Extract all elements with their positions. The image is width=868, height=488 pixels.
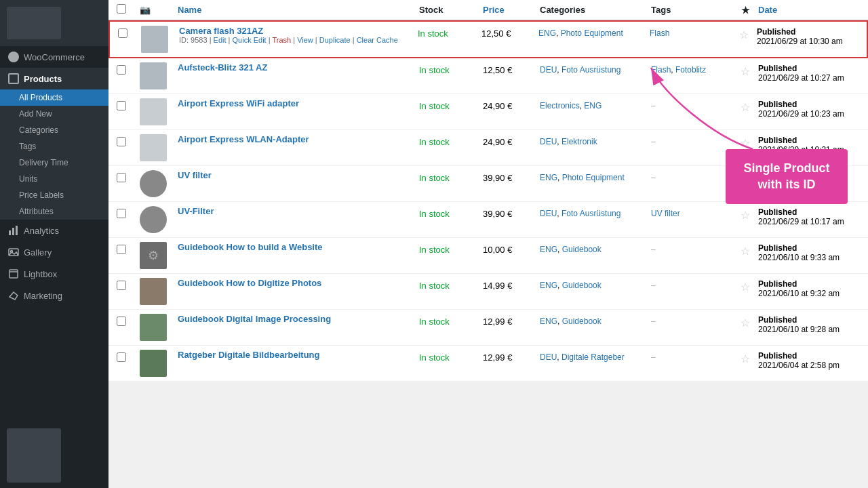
th-thumb: 📷 — [140, 5, 175, 15]
row-checkbox-1[interactable] — [117, 65, 126, 75]
row-stock-4: In stock — [419, 170, 480, 183]
star-icon-0[interactable]: ☆ — [739, 29, 749, 41]
cat-6b[interactable]: Guidebook — [562, 245, 601, 254]
svg-rect-5 — [9, 270, 18, 278]
tag-1b[interactable]: Fotoblitz — [675, 65, 706, 75]
row-checkbox-5[interactable] — [117, 209, 126, 218]
sidebar-item-price-labels[interactable]: Price Labels — [0, 187, 108, 203]
row-stock-3: In stock — [419, 134, 480, 147]
cat-1b[interactable]: Foto Ausrüstung — [561, 65, 620, 75]
view-link-0[interactable]: View — [297, 36, 313, 44]
tag-link-0[interactable]: Flash — [650, 28, 669, 38]
cat-link-0b[interactable]: Photo Equipment — [561, 28, 623, 38]
sidebar-item-lightbox[interactable]: Lightbox — [0, 263, 108, 285]
cat-2a[interactable]: Electronics — [540, 101, 580, 110]
sidebar-item-all-products[interactable]: All Products — [0, 89, 108, 106]
star-icon-3[interactable]: ☆ — [741, 138, 750, 149]
tag-5[interactable]: UV filter — [651, 209, 680, 218]
duplicate-link-0[interactable]: Duplicate — [319, 36, 351, 44]
row-checkbox-4[interactable] — [117, 173, 126, 182]
th-price[interactable]: Price — [483, 5, 537, 15]
row-price-0: 12,50 € — [481, 26, 536, 39]
row-stock-1: In stock — [419, 62, 480, 75]
sidebar-item-analytics[interactable]: Analytics — [0, 220, 108, 241]
analytics-icon — [8, 225, 19, 236]
row-checkbox-2[interactable] — [117, 101, 126, 110]
star-icon-5[interactable]: ☆ — [741, 209, 750, 221]
cat-1a[interactable]: DEU — [540, 65, 557, 75]
cat-8b[interactable]: Guidebook — [562, 317, 601, 326]
cat-3a[interactable]: DEU — [540, 137, 557, 146]
attributes-label: Attributes — [19, 207, 54, 216]
table-wrapper: 📷 Name Stock Price Categories Tags ★ Dat… — [108, 0, 868, 382]
star-icon-2[interactable]: ☆ — [741, 102, 750, 113]
products-icon — [8, 73, 19, 84]
cat-5b[interactable]: Foto Ausrüstung — [561, 209, 620, 218]
cat-9a[interactable]: DEU — [540, 352, 557, 362]
row-checkbox-9[interactable] — [117, 352, 126, 362]
sidebar-item-products-parent[interactable]: Products — [0, 68, 108, 89]
delivery-time-label: Delivery Time — [19, 158, 68, 167]
sidebar-item-marketing[interactable]: Marketing — [0, 285, 108, 306]
product-name-link-3[interactable]: Airport Express WLAN-Adapter — [178, 134, 309, 144]
star-icon-8[interactable]: ☆ — [741, 317, 750, 329]
star-icon-4[interactable]: ☆ — [741, 174, 750, 185]
cat-9b[interactable]: Digitale Ratgeber — [561, 352, 625, 362]
product-name-link-0[interactable]: Camera flash 321AZ — [179, 26, 263, 36]
row-thumb — [141, 26, 176, 53]
sidebar-item-attributes[interactable]: Attributes — [0, 203, 108, 220]
product-name-link-9[interactable]: Ratgeber Digitale Bildbearbeitung — [178, 350, 319, 360]
row-checkbox-3[interactable] — [117, 137, 126, 146]
row-tags-0: Flash — [650, 26, 731, 38]
sidebar-item-delivery-time[interactable]: Delivery Time — [0, 155, 108, 171]
cat-6a[interactable]: ENG — [540, 245, 557, 254]
cat-4b[interactable]: Photo Equipment — [562, 173, 625, 182]
product-name-link-7[interactable]: Guidebook How to Digitize Photos — [178, 278, 321, 288]
categories-label: Categories — [19, 125, 58, 135]
tag-1[interactable]: Flash — [651, 65, 671, 75]
cat-7b[interactable]: Guidebook — [562, 281, 601, 290]
star-icon-7[interactable]: ☆ — [741, 281, 750, 293]
th-name[interactable]: Name — [178, 5, 416, 15]
products-submenu: All Products Add New Categories Tags Del… — [0, 89, 108, 220]
cat-5a[interactable]: DEU — [540, 209, 557, 218]
product-name-link-2[interactable]: Airport Express WiFi adapter — [178, 98, 299, 108]
row-checkbox-8[interactable] — [117, 317, 126, 326]
cat-8a[interactable]: ENG — [540, 317, 557, 326]
analytics-label: Analytics — [24, 226, 59, 236]
star-icon-9[interactable]: ☆ — [741, 353, 750, 365]
cat-link-0[interactable]: ENG — [538, 28, 556, 38]
svg-rect-1 — [12, 228, 14, 235]
product-name-link-1[interactable]: Aufsteck-Blitz 321 AZ — [178, 62, 267, 73]
cat-2b[interactable]: ENG — [584, 101, 601, 110]
star-icon-1[interactable]: ☆ — [741, 66, 750, 77]
row-checkbox-6[interactable] — [117, 245, 126, 254]
row-checkbox-7[interactable] — [117, 281, 126, 290]
sidebar-item-add-new[interactable]: Add New — [0, 106, 108, 122]
trash-link-0[interactable]: Trash — [272, 36, 291, 44]
sidebar-item-tags[interactable]: Tags — [0, 138, 108, 155]
cat-7a[interactable]: ENG — [540, 281, 557, 290]
sidebar-item-gallery[interactable]: Gallery — [0, 241, 108, 263]
quick-edit-link-0[interactable]: Quick Edit — [233, 36, 267, 44]
product-name-link-8[interactable]: Guidebook Digital Image Processing — [178, 314, 331, 324]
product-name-link-6[interactable]: Guidebook How to build a Website — [178, 242, 323, 252]
select-all-checkbox[interactable] — [117, 4, 126, 14]
table-row: Guidebook How to Digitize Photos In stoc… — [108, 274, 868, 310]
star-icon-6[interactable]: ☆ — [741, 245, 750, 257]
thumb-icon: 📷 — [140, 5, 151, 15]
cat-3b[interactable]: Elektronik — [561, 137, 597, 146]
clear-cache-link-0[interactable]: Clear Cache — [357, 36, 398, 44]
row-checkbox-0[interactable] — [118, 28, 127, 38]
sidebar-woocommerce-label: WooCommerce — [24, 52, 85, 62]
sidebar-item-units[interactable]: Units — [0, 171, 108, 187]
table-row: Ratgeber Digitale Bildbearbeitung In sto… — [108, 346, 868, 382]
th-date[interactable]: Date — [758, 5, 860, 15]
sidebar-item-categories[interactable]: Categories — [0, 122, 108, 138]
product-name-link-5[interactable]: UV-Filter — [178, 206, 214, 216]
product-thumbnail-6: ⚙ — [140, 242, 167, 269]
cat-4a[interactable]: ENG — [540, 173, 557, 182]
product-name-link-4[interactable]: UV filter — [178, 170, 212, 180]
sidebar-item-woocommerce[interactable]: WooCommerce — [0, 46, 108, 68]
edit-link-0[interactable]: Edit — [214, 36, 226, 44]
